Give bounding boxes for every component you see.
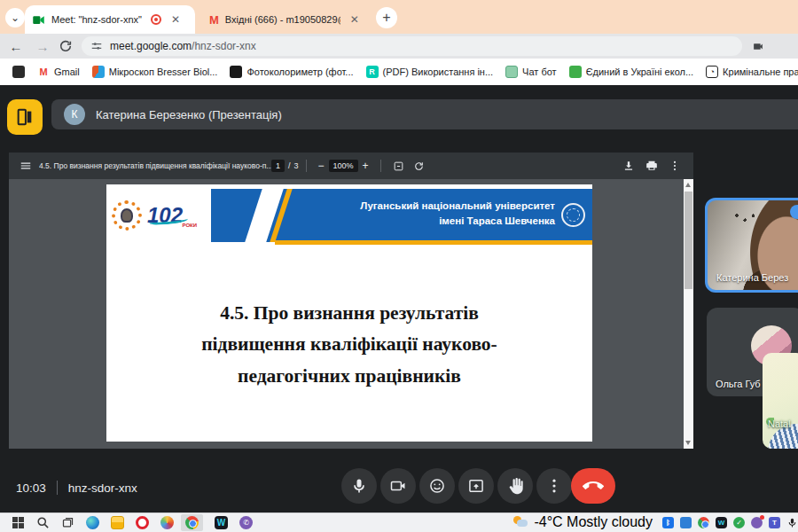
- movavi-icon[interactable]: W: [215, 516, 228, 529]
- rotate-icon[interactable]: [413, 160, 425, 172]
- camera-in-use-icon[interactable]: [749, 41, 767, 52]
- back-icon[interactable]: ←: [5, 39, 27, 54]
- task-view-icon[interactable]: [61, 516, 74, 529]
- participant-tile-katerina[interactable]: Катерина Берез: [705, 198, 798, 293]
- tab-gmail-title: Вхідні (666) - m19050829@gmail.co: [225, 14, 340, 25]
- xnview-icon[interactable]: [160, 516, 174, 529]
- bresser-icon: [92, 66, 105, 78]
- browser-toolbar: ← → meet.google.com/hnz-sdor-xnx: [0, 34, 798, 59]
- videocam-icon: [389, 477, 407, 495]
- new-tab-button[interactable]: +: [376, 7, 397, 28]
- participant-tile-natal[interactable]: Natal: [763, 353, 798, 449]
- bookmark-label: (PDF) Використання ін...: [383, 66, 494, 77]
- zoom-in-icon[interactable]: +: [363, 160, 369, 172]
- mic-tray-icon[interactable]: [786, 517, 798, 528]
- camera-button[interactable]: [380, 468, 416, 504]
- movavi-tray-icon[interactable]: W: [716, 517, 727, 528]
- weather-icon: [512, 516, 528, 528]
- pdf-scrollbar[interactable]: [684, 179, 693, 449]
- door-icon: [15, 107, 35, 127]
- scrollbar-thumb[interactable]: [685, 192, 692, 289]
- scroll-up-icon[interactable]: [685, 183, 691, 187]
- tab-meet[interactable]: Meet: "hnz-sdor-xnx" ✕: [25, 5, 195, 34]
- site-settings-icon[interactable]: [90, 40, 103, 52]
- bookmark-gmail[interactable]: M Gmail: [37, 66, 80, 78]
- pdf-doc-title: 4.5. Про визнання результатів підвищення…: [39, 161, 271, 170]
- eco-ukraine-icon: [569, 66, 582, 78]
- print-icon[interactable]: [645, 160, 658, 172]
- clock-time: 10:03: [16, 481, 46, 495]
- bookmark-chatbot[interactable]: Чат бот: [505, 66, 557, 78]
- fit-page-icon[interactable]: [393, 160, 404, 172]
- url-host: meet.google.com: [110, 40, 192, 52]
- pdf-toolbar: 4.5. Про визнання результатів підвищення…: [9, 153, 693, 179]
- start-button[interactable]: [12, 516, 25, 529]
- slide-title-line1: 4.5. Про визнання результатів: [128, 298, 571, 329]
- teams-icon[interactable]: T: [769, 517, 780, 528]
- criminal-law-icon: ◔: [706, 66, 718, 78]
- bookmark-criminal-law[interactable]: ◔ Кримінальне право: [706, 66, 798, 78]
- tab-gmail-close-icon[interactable]: ✕: [348, 12, 362, 27]
- reactions-button[interactable]: [419, 468, 455, 504]
- smiley-icon: [428, 477, 446, 495]
- university-seal-icon: [561, 203, 585, 227]
- url-text: meet.google.com/hnz-sdor-xnx: [110, 40, 256, 52]
- pdf-page-total: 3: [294, 161, 299, 170]
- tab-meet-close-icon[interactable]: ✕: [168, 12, 183, 27]
- participant-name: Natal: [768, 419, 791, 429]
- search-icon[interactable]: [36, 516, 50, 529]
- slide-title: 4.5. Про визнання результатів підвищення…: [128, 298, 571, 392]
- bookmark-globe[interactable]: [12, 66, 25, 78]
- bluetooth-icon[interactable]: ᛒ: [662, 517, 674, 528]
- slide-title-line3: педагогічних працівників: [128, 361, 571, 392]
- raise-hand-button[interactable]: [497, 468, 533, 504]
- pdf-zoom-level[interactable]: 100%: [329, 160, 358, 172]
- bookmark-label: Мікроскоп Bresser Biol...: [109, 66, 218, 77]
- end-call-button[interactable]: [571, 468, 615, 504]
- hand-icon: [506, 477, 524, 495]
- presenter-avatar: К: [64, 104, 85, 125]
- pdf-page-input[interactable]: 1: [271, 160, 285, 172]
- gmail-favicon-icon: M: [209, 13, 219, 27]
- forward-icon[interactable]: →: [32, 39, 53, 54]
- university-name: Луганський національний університет імен…: [360, 199, 555, 228]
- researchgate-icon: R: [366, 66, 379, 78]
- viber-tray-icon[interactable]: [751, 517, 763, 528]
- scroll-down-icon[interactable]: [685, 441, 691, 445]
- slide-page: 102 РОКИ Луганський національний універс…: [106, 184, 592, 442]
- viber-icon[interactable]: ✆: [239, 516, 253, 529]
- bookmark-photocolorimeter[interactable]: Фотоколориметр (фот...: [230, 66, 353, 78]
- bookmark-eco-ukraine[interactable]: Єдиний в Україні екол...: [569, 66, 693, 78]
- bookmark-pdf-researchgate[interactable]: R (PDF) Використання ін...: [366, 66, 494, 78]
- download-icon[interactable]: [622, 160, 635, 172]
- address-bar[interactable]: meet.google.com/hnz-sdor-xnx: [82, 36, 742, 56]
- opera-icon[interactable]: [136, 516, 149, 529]
- present-screen-icon: [467, 477, 485, 495]
- tab-list-chevron-icon[interactable]: ⌄: [5, 8, 25, 27]
- bookmark-label: Gmail: [54, 66, 80, 77]
- mic-button[interactable]: [341, 468, 377, 504]
- more-options-icon[interactable]: [669, 160, 681, 172]
- chat-tray-icon[interactable]: [680, 517, 692, 528]
- zoom-out-icon[interactable]: −: [318, 160, 325, 172]
- weather-widget[interactable]: -4°C Mostly cloudy: [512, 514, 653, 530]
- university-name-line1: Луганський національний університет: [360, 199, 555, 214]
- university-logos: 102 РОКИ: [106, 189, 211, 242]
- tab-gmail[interactable]: M Вхідні (666) - m19050829@gmail.co ✕: [202, 5, 369, 34]
- slide-header-banner: 102 РОКИ Луганський національний універс…: [106, 189, 592, 242]
- anniversary-logo: 102 РОКИ: [147, 205, 183, 226]
- reload-icon[interactable]: [59, 39, 73, 53]
- home-door-button[interactable]: [7, 99, 43, 135]
- present-button[interactable]: [458, 468, 494, 504]
- slide-title-line2: підвищення кваліфікації науково-: [128, 329, 571, 360]
- file-explorer-icon[interactable]: [111, 516, 124, 529]
- edge-icon[interactable]: [86, 516, 99, 529]
- chrome-taskbar-active[interactable]: [181, 514, 203, 531]
- chrome-tray-icon[interactable]: [698, 517, 709, 528]
- more-controls-button[interactable]: [536, 468, 572, 504]
- bookmark-microscope[interactable]: Мікроскоп Bresser Biol...: [92, 66, 218, 78]
- more-vert-icon: [545, 477, 563, 495]
- chatbot-icon: [505, 66, 518, 78]
- menu-icon[interactable]: [20, 160, 32, 172]
- antivirus-check-icon[interactable]: ✓: [733, 517, 745, 528]
